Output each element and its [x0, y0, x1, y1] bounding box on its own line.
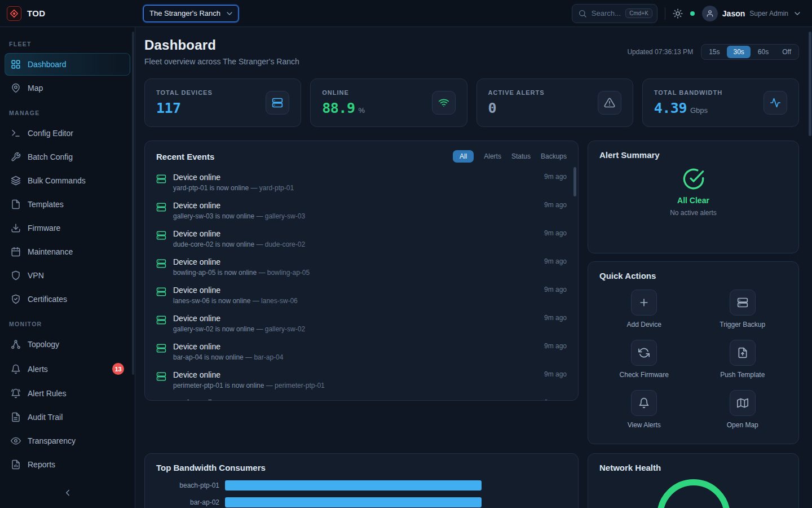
- main-content: Dashboard Fleet overview across The Stra…: [135, 27, 812, 508]
- quick-action-view-alerts[interactable]: View Alerts: [599, 390, 689, 429]
- quick-action-open-map[interactable]: Open Map: [698, 390, 788, 429]
- sidebar-item-label: Firmware: [28, 224, 60, 233]
- events-scrollbar[interactable]: [573, 167, 576, 196]
- stats-row: TOTAL DEVICES117ONLINE88.9%ACTIVE ALERTS…: [144, 78, 799, 127]
- sidebar-item-topology[interactable]: Topology: [5, 333, 130, 356]
- refresh-option-off[interactable]: Off: [776, 46, 797, 58]
- sidebar-collapse-button[interactable]: [0, 481, 135, 505]
- server-icon: [156, 315, 166, 325]
- sidebar-item-alert-rules[interactable]: Alert Rules: [5, 382, 130, 405]
- page-subtitle: Fleet overview across The Stranger's Ran…: [144, 57, 299, 66]
- sidebar-item-label: Transparency: [28, 436, 76, 445]
- sidebar-item-audit-trail[interactable]: Audit Trail: [5, 406, 130, 428]
- events-tab-all[interactable]: All: [453, 150, 474, 163]
- search-box[interactable]: Search... Cmd+K: [572, 4, 657, 23]
- sidebar-item-reports[interactable]: Reports: [5, 453, 130, 476]
- event-device: — yard-ptp-01: [250, 184, 294, 192]
- sidebar-item-label: Config Editor: [28, 129, 73, 138]
- alert-summary-title: Alert Summary: [599, 150, 787, 160]
- app-logo[interactable]: TOD: [7, 6, 46, 21]
- event-detail: yard-ptp-01 is now online — yard-ptp-01: [173, 184, 537, 192]
- sidebar-item-maintenance[interactable]: Maintenance: [5, 240, 130, 263]
- quick-action-label: Open Map: [727, 421, 758, 429]
- event-row: Device onlineyard-ptp-01 is now online —…: [145, 168, 578, 196]
- alert-triangle-icon: [604, 97, 615, 108]
- map-icon: [737, 397, 748, 409]
- events-tab-status[interactable]: Status: [511, 152, 531, 160]
- alert-status-text: All Clear: [677, 196, 709, 205]
- site-selector[interactable]: The Stranger's Ranch: [143, 5, 239, 22]
- app-name: TOD: [27, 8, 46, 18]
- logo-icon: [7, 6, 21, 21]
- user-menu[interactable]: Jason Super Admin: [702, 6, 802, 21]
- sidebar-item-alerts[interactable]: Alerts13: [5, 357, 130, 381]
- event-device: — gallery-sw-03: [256, 212, 305, 220]
- sidebar-scrollbar[interactable]: [132, 32, 134, 375]
- events-tab-alerts[interactable]: Alerts: [484, 152, 501, 160]
- sidebar-item-config-editor[interactable]: Config Editor: [5, 122, 130, 144]
- sidebar-item-label: Topology: [28, 340, 59, 349]
- sidebar-item-label: Batch Config: [28, 152, 73, 161]
- sidebar-item-label: Maintenance: [28, 247, 73, 256]
- server-icon: [156, 230, 166, 240]
- quick-action-label: Push Template: [720, 371, 765, 379]
- right-column: Alert Summary All Clear No active alerts…: [588, 141, 799, 444]
- refresh-option-60s[interactable]: 60s: [752, 46, 775, 58]
- sidebar-item-certificates[interactable]: Certificates: [5, 288, 130, 310]
- sidebar-item-firmware[interactable]: Firmware: [5, 217, 130, 239]
- stat-value: 4.39: [654, 100, 687, 116]
- download-icon: [11, 223, 21, 233]
- user-role: Super Admin: [749, 10, 788, 17]
- event-time: 9m ago: [544, 173, 567, 181]
- sidebar-item-dashboard[interactable]: Dashboard: [5, 53, 130, 76]
- event-time: 9m ago: [544, 229, 567, 237]
- bandwidth-row: bar-ap-02: [156, 497, 567, 507]
- events-tab-backups[interactable]: Backups: [541, 152, 567, 160]
- event-time: 9m ago: [544, 314, 567, 322]
- event-title: Device online: [173, 342, 537, 351]
- server-icon: [156, 400, 166, 401]
- bandwidth-row: beach-ptp-01: [156, 480, 567, 491]
- quick-action-trigger-backup[interactable]: Trigger Backup: [698, 290, 788, 329]
- event-detail: perimeter-ptp-01 is now online — perimet…: [173, 382, 537, 389]
- bandwidth-panel-title: Top Bandwidth Consumers: [156, 463, 567, 472]
- alert-status-detail: No active alerts: [670, 209, 717, 217]
- quick-action-button: [730, 390, 756, 416]
- theme-toggle-sun-icon[interactable]: [673, 8, 683, 19]
- event-time: 9m ago: [544, 286, 567, 294]
- check-circle-icon: [682, 168, 705, 190]
- report-icon: [11, 459, 21, 470]
- quick-action-add-device[interactable]: Add Device: [599, 290, 689, 329]
- bandwidth-device-label: bar-ap-02: [156, 498, 219, 506]
- sidebar-item-templates[interactable]: Templates: [5, 193, 130, 216]
- refresh-option-30s[interactable]: 30s: [727, 46, 750, 58]
- quick-action-check-firmware[interactable]: Check Firmware: [599, 340, 689, 379]
- sidebar-item-batch-config[interactable]: Batch Config: [5, 146, 130, 168]
- chevron-left-icon: [63, 488, 73, 498]
- sidebar-item-vpn[interactable]: VPN: [5, 264, 130, 287]
- stat-card-active-alerts: ACTIVE ALERTS0: [476, 78, 633, 127]
- sidebar-item-map[interactable]: Map: [5, 77, 130, 99]
- event-device: — perimeter-ptp-01: [266, 382, 325, 389]
- shield-icon: [11, 270, 21, 281]
- page-scrollbar[interactable]: [809, 32, 811, 136]
- nav-section-label: MANAGE: [0, 100, 135, 121]
- quick-action-push-template[interactable]: Push Template: [698, 340, 788, 379]
- bell-icon: [638, 397, 650, 409]
- event-device: — bowling-ap-05: [258, 269, 310, 277]
- topbar-left: TOD: [0, 6, 136, 21]
- quick-action-label: Add Device: [627, 321, 661, 329]
- event-detail: bar-ap-04 is now online — bar-ap-04: [173, 353, 537, 361]
- event-title: Device online: [173, 173, 537, 182]
- sidebar-item-bulk-commands[interactable]: Bulk Commands: [5, 169, 130, 192]
- search-icon: [578, 9, 587, 18]
- refresh-option-15s[interactable]: 15s: [703, 46, 726, 58]
- sidebar-item-label: Map: [28, 84, 43, 93]
- stat-label: ACTIVE ALERTS: [488, 89, 545, 96]
- event-detail: dude-core-02 is now online — dude-core-0…: [173, 240, 537, 248]
- stat-unit: Gbps: [690, 106, 708, 115]
- bell-icon: [11, 364, 21, 374]
- map-pin-icon: [11, 83, 21, 93]
- event-title: Device online: [173, 398, 537, 401]
- sidebar-item-transparency[interactable]: Transparency: [5, 430, 130, 452]
